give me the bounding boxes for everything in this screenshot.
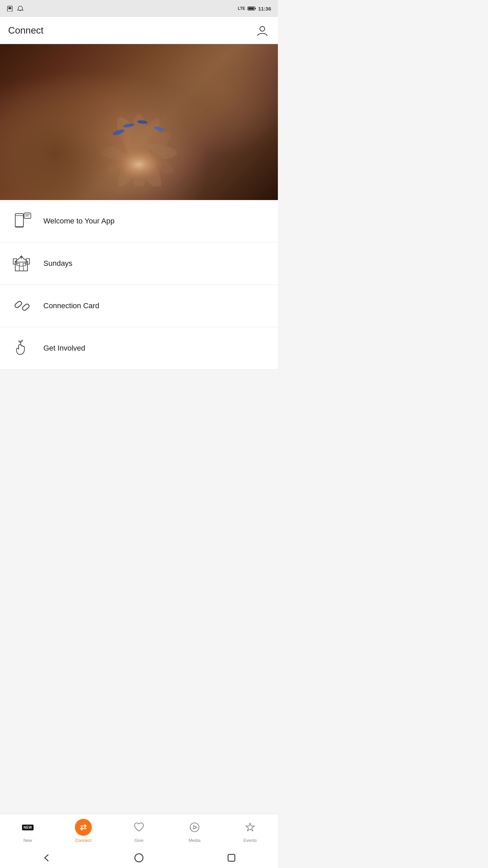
svg-rect-3 [255,8,256,9]
svg-rect-29 [17,263,20,265]
menu-item-sundays[interactable]: Sundays [0,242,278,285]
lte-badge: LTE [238,6,245,11]
menu-label-connection-card: Connection Card [43,301,99,310]
svg-point-16 [137,120,148,124]
chain-link-icon [12,296,32,315]
svg-point-8 [112,114,166,186]
menu-item-welcome[interactable]: Welcome to Your App [0,200,278,242]
menu-item-get-involved[interactable]: Get Involved [0,327,278,370]
menu-label-welcome: Welcome to Your App [43,217,115,225]
notification-icon [17,5,24,12]
page-title: Connect [8,25,43,36]
battery-icon [247,6,256,11]
menu-icon-welcome [10,211,34,231]
profile-button[interactable] [255,23,270,38]
svg-rect-34 [22,303,30,311]
hero-overlay [0,44,278,200]
svg-point-10 [101,143,177,162]
menu-label-sundays: Sundays [43,259,73,268]
menu-icon-sundays [10,253,34,274]
svg-point-13 [130,114,148,186]
hand-sprout-icon [12,339,32,358]
person-icon [256,24,268,37]
svg-rect-1 [8,7,11,9]
menu-icon-connection-card [10,296,34,316]
time-display: 11:36 [258,6,271,12]
hero-image [0,44,278,200]
svg-point-11 [100,125,178,180]
church-icon [12,254,32,273]
svg-rect-22 [24,213,31,218]
bottom-spacer [0,370,278,424]
svg-point-9 [102,126,176,179]
svg-rect-33 [14,300,23,308]
svg-rect-28 [19,266,23,271]
status-bar-left [7,5,24,12]
app-header: Connect [0,17,278,44]
message-phone-icon [12,212,32,231]
svg-rect-4 [248,7,254,10]
svg-point-12 [113,117,165,186]
hands-svg [37,44,241,186]
menu-icon-get-involved [10,338,34,358]
svg-point-6 [110,112,168,186]
menu-label-get-involved: Get Involved [43,344,85,353]
svg-point-15 [154,126,165,132]
svg-point-5 [260,26,265,31]
svg-point-7 [129,115,148,186]
svg-rect-30 [23,263,26,265]
status-bar-right: LTE 11:36 [238,6,271,12]
svg-point-17 [123,123,135,128]
svg-point-18 [98,124,180,178]
status-bar: LTE 11:36 [0,0,278,17]
svg-point-14 [112,128,125,136]
menu-container: Welcome to Your App [0,200,278,370]
sim-icon [7,5,14,12]
menu-item-connection-card[interactable]: Connection Card [0,285,278,327]
